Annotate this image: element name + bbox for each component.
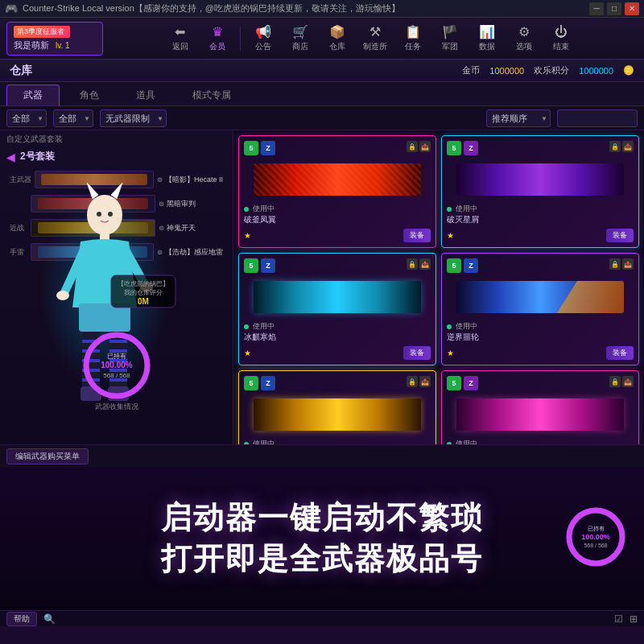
nav-item-data[interactable]: 📊 数据 xyxy=(469,21,505,56)
equipped-dot-1 xyxy=(244,207,249,212)
mini-icon-6a: 🔒 xyxy=(609,376,621,387)
card-icon-row-6: 🔒 📤 xyxy=(609,376,634,387)
window-controls: ─ □ ✕ xyxy=(589,2,639,15)
card-img-4 xyxy=(447,276,634,318)
nav-label-data: 数据 xyxy=(479,41,495,52)
sort-select[interactable]: 推荐顺序 获取时间 xyxy=(486,109,551,127)
tab-mode-exclusive[interactable]: 模式专属 xyxy=(175,85,248,105)
filter-restriction[interactable]: 无武器限制 xyxy=(100,109,167,127)
weapon-card-6[interactable]: 5 Z 使用中 炼狱蓝魂 ★ 装备 🔒 📤 xyxy=(441,370,639,444)
nav-item-forge[interactable]: ⚒ 制造所 xyxy=(357,21,394,56)
weapon-card-3[interactable]: 5 Z 使用中 冰麒寒焰 ★ 装备 🔒 📤 xyxy=(238,253,436,365)
tab-items[interactable]: 道具 xyxy=(119,85,172,105)
equip-btn-1[interactable]: 装备 xyxy=(403,229,431,242)
weapon-card-2[interactable]: 5 Z 使用中 破灭星屑 ★ 装备 🔒 📤 xyxy=(441,135,639,248)
weapon-card-1[interactable]: 5 Z 使用中 破釜凤翼 ★ 装备 🔒 xyxy=(238,135,436,248)
nav-item-shop[interactable]: 🛒 商店 xyxy=(283,21,318,56)
mini-icon-4a: 🔒 xyxy=(609,258,621,270)
loadout-prev-arrow[interactable]: ◀ xyxy=(6,151,15,163)
card-icon-row-4: 🔒 📤 xyxy=(609,258,634,270)
badge-type-3: Z xyxy=(261,258,275,273)
nav-item-member[interactable]: ♛ 会员 xyxy=(200,21,235,56)
weapon-card-4[interactable]: 5 Z 使用中 逆界噩轮 ★ 装备 🔒 xyxy=(441,253,639,365)
star-row-3: ★ xyxy=(244,349,251,357)
card-img-3 xyxy=(244,276,431,318)
coin-icon: 🪙 xyxy=(623,65,634,76)
tab-characters[interactable]: 角色 xyxy=(63,85,116,105)
card-footer-1: ★ 装备 xyxy=(244,229,431,242)
card-name-2: 破灭星屑 xyxy=(447,214,634,225)
nav-label-mission: 任务 xyxy=(405,41,421,52)
right-panel[interactable]: 5 Z 使用中 破釜凤翼 ★ 装备 🔒 xyxy=(233,130,644,444)
nav-label-warehouse: 仓库 xyxy=(329,41,345,52)
nav-label-member: 会员 xyxy=(209,41,225,52)
mini-icon-1a: 🔒 xyxy=(407,141,418,152)
filter-category[interactable]: 全部 xyxy=(6,109,47,127)
equip-btn-3[interactable]: 装备 xyxy=(403,346,431,360)
in-use-label-6: 使用中 xyxy=(456,439,477,444)
maximize-button[interactable]: □ xyxy=(607,2,621,15)
statusbar: 帮助 🔍 ☑ ⊞ xyxy=(0,610,644,626)
weapon-img-inner-3 xyxy=(254,281,422,313)
mini-icon-1b: 📤 xyxy=(419,141,431,152)
loadout-nav: ◀ 2号套装 xyxy=(0,148,233,165)
nav-label-options: 选项 xyxy=(516,41,532,52)
svg-point-1 xyxy=(87,195,122,235)
card-status-4: 使用中 xyxy=(447,321,634,332)
help-button[interactable]: 帮助 xyxy=(6,612,37,626)
badge-type-4: Z xyxy=(464,258,478,273)
svg-point-8 xyxy=(56,291,69,300)
warehouse-title: 仓库 xyxy=(10,64,32,78)
user-badge: 第3季度征服者 xyxy=(14,26,70,38)
equip-btn-4[interactable]: 装备 xyxy=(606,346,634,360)
bottom-overlay: 启动器一键启动不繁琐 打开即是全武器极品号 已持有 100.00% 568 / … xyxy=(0,467,644,610)
user-info[interactable]: 第3季度征服者 我是萌新 lv. 1 xyxy=(6,22,103,56)
back-icon: ⬅ xyxy=(175,24,185,39)
weapon-card-5[interactable]: 5 Z 使用中 曙光战翼 ★ 装备 🔒 📤 xyxy=(238,370,436,444)
nav-item-legion[interactable]: 🏴 军团 xyxy=(432,21,468,56)
in-use-label-5: 使用中 xyxy=(253,439,275,444)
badge-level-4: 5 xyxy=(447,258,461,273)
in-use-label-3: 使用中 xyxy=(253,321,275,332)
mini-icon-3a: 🔒 xyxy=(407,258,418,270)
card-badges-5: 5 Z xyxy=(244,376,431,390)
user-level: lv. 1 xyxy=(56,41,70,50)
nav-item-back[interactable]: ⬅ 返回 xyxy=(163,21,198,56)
search-input[interactable] xyxy=(557,109,638,127)
mini-icon-3b: 📤 xyxy=(419,258,431,270)
badge-level-3: 5 xyxy=(244,258,258,273)
custom-loadout-label: 自定义武器套装 xyxy=(0,130,233,148)
equip-btn-2[interactable]: 装备 xyxy=(606,229,634,242)
data-icon: 📊 xyxy=(479,24,495,39)
nav-item-notice[interactable]: 📢 公告 xyxy=(246,21,281,56)
weapon-img-inner-2 xyxy=(456,163,625,196)
card-status-3: 使用中 xyxy=(244,321,431,332)
nav-separator xyxy=(240,27,241,51)
nav-item-exit[interactable]: ⏻ 结束 xyxy=(543,22,579,56)
minimize-button[interactable]: ─ xyxy=(589,2,604,15)
in-use-label-1: 使用中 xyxy=(253,204,275,214)
filter-type[interactable]: 全部 xyxy=(53,109,93,127)
nav-label-forge: 制造所 xyxy=(363,41,387,52)
mini-icon-5b: 📤 xyxy=(419,376,431,387)
nav-item-options[interactable]: ⚙ 选项 xyxy=(506,21,542,56)
nav-label-legion: 军团 xyxy=(442,41,458,52)
card-name-4: 逆界噩轮 xyxy=(447,332,634,343)
edit-loadout-btn[interactable]: 编辑武器购买菜单 xyxy=(6,448,89,464)
close-button[interactable]: ✕ xyxy=(625,2,639,15)
card-status-2: 使用中 xyxy=(447,204,634,214)
weapon-img-inner-5 xyxy=(254,398,422,431)
sort-wrapper: 推荐顺序 获取时间 xyxy=(486,109,551,127)
tab-weapons[interactable]: 武器 xyxy=(6,85,60,105)
equipped-dot-3 xyxy=(244,324,249,329)
warehouse-header: 仓库 金币 1000000 欢乐积分 1000000 🪙 xyxy=(0,60,644,82)
collection-info: 已持有 100.00% 568 / 568 武器收集情况 xyxy=(80,329,153,412)
svg-text:已持有: 已持有 xyxy=(107,353,126,360)
badge-type-1: Z xyxy=(261,141,275,155)
card-img-5 xyxy=(244,394,431,436)
loadout-name: 2号套装 xyxy=(20,150,55,163)
title-text: Counter-Strike Local version【感谢你的支持，@吃虎崽… xyxy=(23,2,589,14)
nav-item-mission[interactable]: 📋 任务 xyxy=(395,21,431,56)
search-icon[interactable]: 🔍 xyxy=(43,613,56,625)
nav-item-warehouse[interactable]: 📦 仓库 xyxy=(320,21,355,56)
